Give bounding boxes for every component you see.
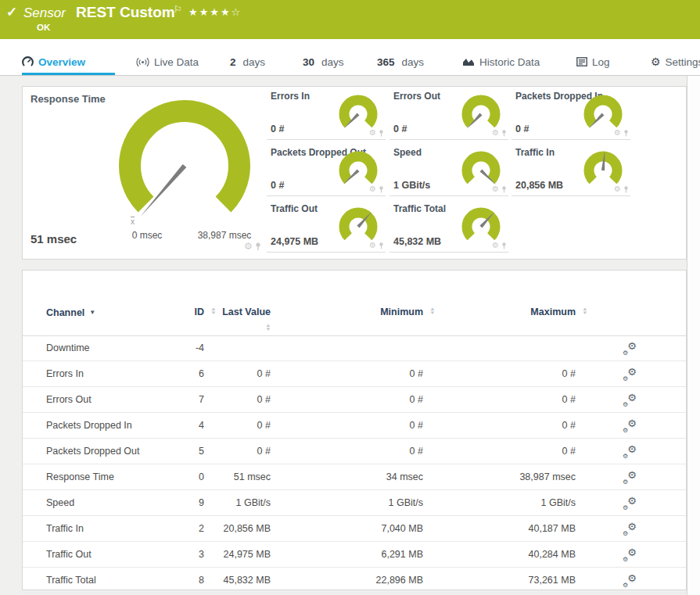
cell-minimum: 6,291 MB [329,542,423,567]
tab-live-data[interactable]: Live Data [136,53,199,70]
tab-log[interactable]: Log [576,53,610,70]
sort-icon: ▲▼ [430,307,435,315]
pin-icon[interactable] [501,186,507,193]
chart-icon [462,57,475,66]
cell-maximum: 0 # [474,387,576,412]
cell-maximum: 0 # [474,439,576,464]
col-header-id[interactable]: ID▲▼ [148,306,204,318]
active-tab-underline [22,73,115,75]
table-header-row: Channel▼ ID▲▼ Last Value▲▼ Minimum▲▼ Max… [23,271,686,336]
tab-365-days[interactable]: 365 days [377,53,424,70]
gear-icon[interactable]: ⚙ [244,242,253,251]
channel-settings-icon[interactable]: ⚙⚙ [623,392,637,408]
table-body: Downtime -4 ⚙⚙ Errors In 6 0 # 0 # 0 # ⚙… [23,335,686,593]
pin-icon[interactable] [623,130,629,137]
cell-maximum: 38,987 msec [474,464,576,489]
cell-maximum: 40,187 MB [474,516,576,541]
cell-minimum: 0 # [329,361,423,386]
channel-settings-icon[interactable]: ⚙⚙ [623,444,637,460]
sensor-header: ✓ Sensor REST Custom ⚐ ★★★★☆ OK [0,0,700,39]
gear-icon[interactable]: ⚙ [614,129,621,137]
cell-last-value: 51 msec [192,464,271,489]
pin-icon[interactable] [255,242,261,251]
tab-overview[interactable]: Overview [22,53,85,70]
channel-settings-icon[interactable]: ⚙⚙ [623,496,637,511]
channel-settings-icon[interactable]: ⚙⚙ [623,418,637,434]
cell-minimum: 22,896 MB [329,568,423,593]
gear-icon[interactable]: ⚙ [369,129,376,137]
cell-maximum: 40,284 MB [474,542,576,567]
gauge-cell-errors-in: Errors In 0 # ⚙ [267,88,386,140]
sort-icon: ▲▼ [211,307,216,315]
cell-maximum: 73,261 MB [474,568,576,593]
channel-settings-icon[interactable]: ⚙⚙ [623,547,637,563]
cell-last-value: 45,832 MB [192,568,271,593]
live-data-icon [136,57,149,67]
cell-last-value: 0 # [192,387,271,412]
sort-desc-icon: ▼ [89,309,95,316]
pin-icon[interactable] [379,130,384,137]
gauge-cell-traffic-out: Traffic Out 24,975 MB ⚙ [267,201,386,253]
cell-last-value: 20,856 MB [192,516,271,541]
scrollbar-track[interactable] [687,76,700,595]
table-row-traffic-in: Traffic In 2 20,856 MB 7,040 MB 40,187 M… [23,516,686,542]
channel-settings-icon[interactable]: ⚙⚙ [623,522,637,537]
gauge-icon [22,56,34,68]
gear-icon[interactable]: ⚙ [492,242,499,249]
channel-settings-icon[interactable]: ⚙⚙ [623,341,637,357]
prtg-sensor-page: ✓ Sensor REST Custom ⚐ ★★★★☆ OK Overview… [0,0,700,595]
tab-historic-data[interactable]: Historic Data [462,53,540,70]
table-row-packets-dropped-in: Packets Dropped In 4 0 # 0 # 0 # ⚙⚙ [23,413,686,439]
status-badge: OK [37,23,50,32]
priority-stars[interactable]: ★★★★☆ [188,6,242,18]
gauge-cell-speed: Speed 1 GBit/s ⚙ [389,145,508,196]
gear-icon[interactable]: ⚙ [369,242,376,249]
pin-icon[interactable] [379,186,384,193]
gear-icon[interactable]: ⚙ [614,185,621,193]
cell-minimum: 0 # [329,439,423,464]
tab-settings[interactable]: ⚙ Settings [651,53,700,70]
table-row-packets-dropped-out: Packets Dropped Out 5 0 # 0 # 0 # ⚙⚙ [23,439,686,464]
cell-last-value: 24,975 MB [192,542,271,567]
pin-icon[interactable] [501,130,507,137]
pin-icon[interactable] [379,242,384,249]
cell-minimum: 1 GBit/s [329,490,423,515]
cell-minimum: 7,040 MB [329,516,423,541]
gauge-cell-packets-dropped-in: Packets Dropped In 0 # ⚙ [512,88,630,140]
table-row-downtime: Downtime -4 ⚙⚙ [23,335,686,361]
channel-settings-icon[interactable]: ⚙⚙ [623,470,637,486]
gauge-min-label: 0 msec [116,230,178,241]
panel-corner-icons: ⚙ [244,242,261,251]
cell-minimum: 0 # [329,413,423,438]
tab-30-days[interactable]: 30 days [303,53,344,70]
channels-table: Channel▼ ID▲▼ Last Value▲▼ Minimum▲▼ Max… [22,270,687,590]
sensor-title: REST Custom [76,4,175,21]
cell-maximum: 0 # [474,413,576,438]
pin-icon[interactable] [623,186,629,193]
channel-settings-icon[interactable]: ⚙⚙ [623,573,637,589]
response-time-value: 51 msec [31,232,77,246]
flag-icon[interactable]: ⚐ [174,4,182,15]
col-header-maximum[interactable]: Maximum▲▼ [474,306,576,318]
cell-minimum: 0 # [329,387,423,412]
sort-icon: ▲▼ [266,324,271,332]
col-header-minimum[interactable]: Minimum▲▼ [329,306,423,318]
gauge-cell-traffic-total: Traffic Total 45,832 MB ⚙ [389,201,508,253]
status-check-icon: ✓ [6,4,17,20]
table-row-traffic-out: Traffic Out 3 24,975 MB 6,291 MB 40,284 … [23,542,686,568]
log-icon [576,57,587,66]
col-header-channel[interactable]: Channel▼ [46,306,95,319]
gear-icon[interactable]: ⚙ [492,185,499,193]
cell-last-value: 1 GBit/s [192,490,271,515]
response-time-title: Response Time [31,93,106,105]
tab-2-days[interactable]: 2 days [230,53,265,70]
col-header-last-value[interactable]: Last Value▲▼ [219,306,271,332]
table-row-response-time: Response Time 0 51 msec 34 msec 38,987 m… [23,464,686,490]
channel-settings-icon[interactable]: ⚙⚙ [623,367,637,382]
tab-bar: Overview Live Data 2 days 30 days 365 da… [0,39,700,76]
pin-icon[interactable] [501,242,507,249]
gear-icon[interactable]: ⚙ [369,185,376,193]
gauges-panel: Response Time x 0 msec 38,987 msec 51 ms… [22,86,687,260]
cell-maximum: 1 GBit/s [474,490,576,515]
gear-icon[interactable]: ⚙ [492,129,499,137]
